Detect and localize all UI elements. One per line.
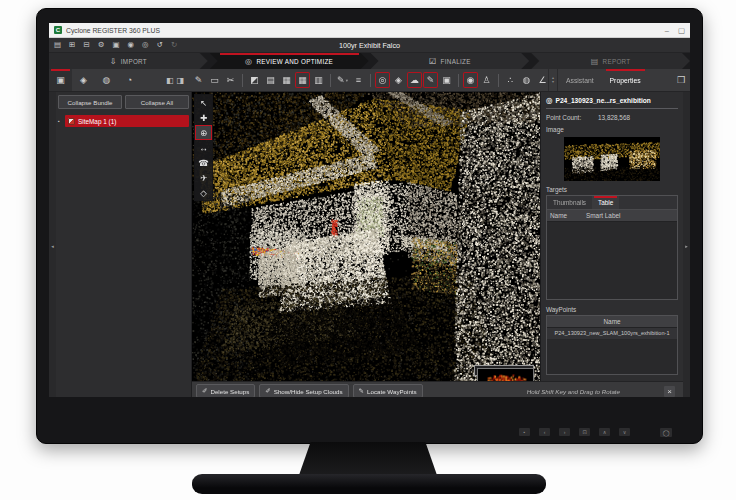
- camera-icon[interactable]: ▣: [439, 72, 454, 88]
- project-title: 100yr Exhibit Falco: [49, 41, 690, 50]
- right-panel-tabs: Assistant Properties ❒: [557, 69, 690, 91]
- walk-mode-icon[interactable]: ∴: [503, 72, 518, 88]
- waypoint-row[interactable]: P24_130923_new_SLAM_100yrs_exhibition-1: [547, 328, 677, 340]
- tripod-tool-icon[interactable]: ☎: [195, 155, 212, 170]
- image-view-icon[interactable]: ▥: [311, 72, 326, 88]
- panel-layout-icon[interactable]: ❒: [672, 69, 690, 91]
- workflow-tabs: ⇩IMPORT◎REVIEW AND OPTIMIZE☑FINALIZE▤REP…: [49, 53, 690, 69]
- fly-tool-icon[interactable]: ✈: [195, 170, 212, 185]
- levels-icon[interactable]: ≡: [351, 72, 366, 88]
- targets-tab-table[interactable]: Table: [592, 196, 619, 209]
- cut-tool-icon[interactable]: ✂: [223, 72, 238, 88]
- monitor-bezel: C Cyclone REGISTER 360 PLUS – ▢ ▤⊞⊟⚙▣◉◎↺…: [36, 8, 703, 444]
- power-button[interactable]: ◯: [660, 428, 672, 437]
- targets-col-name: Name: [547, 212, 586, 219]
- waypoints-label: WayPoints: [546, 306, 678, 313]
- show-hide-setup-clouds-button-icon: ✐: [265, 387, 270, 395]
- rectangle-tool-icon[interactable]: ▭: [207, 72, 222, 88]
- collapse-all-button[interactable]: Collapse All: [125, 95, 189, 109]
- osd-up-button[interactable]: ∧: [599, 428, 610, 436]
- app-logo-icon: C: [54, 26, 62, 34]
- tab-finalize-icon: ☑: [429, 57, 436, 66]
- tab-assistant[interactable]: Assistant: [558, 69, 602, 91]
- osd-left-button[interactable]: ‹: [539, 428, 550, 436]
- angle-measure-icon[interactable]: ∠: [535, 72, 548, 88]
- setup-cloud-widget[interactable]: Setup Cloud: [474, 365, 534, 376]
- sitemap-tree-item[interactable]: SiteMap 1 (1): [65, 115, 189, 127]
- panel-tab-bundles-icon[interactable]: ▣: [49, 69, 72, 91]
- point-count-value: 13,828,568: [598, 114, 630, 121]
- collapse-right-panel-handle[interactable]: ▸: [683, 92, 690, 397]
- image-label: Image: [546, 126, 678, 133]
- point-count-label: Point Count:: [546, 114, 598, 121]
- setup-panorama-thumbnail[interactable]: [564, 137, 660, 181]
- main-toolbar-icons: ✎▭✂◩▤▦▦▥✎▾≡◎◈☁✎▣◉♙∴◍∠✐⊥♟▭▾◔▾◍: [188, 69, 548, 91]
- tab-finalize[interactable]: ☑FINALIZE: [371, 53, 530, 69]
- panel-tab-links-icon[interactable]: ◈: [72, 69, 95, 91]
- sidebar: Collapse Bundle Collapse All ▪ SiteMap 1…: [56, 92, 192, 397]
- rotate-hint: Hold Shift Key and Drag to Rotate: [527, 388, 660, 395]
- pointcloud-viewport[interactable]: ↖✚⊕↔☎✈◇ Setup Cloud: [192, 92, 540, 381]
- locate-waypoints-button[interactable]: ✎Locate WayPoints: [353, 384, 423, 397]
- pin-icon[interactable]: ◉: [463, 72, 478, 88]
- sphere-view-icon[interactable]: ◍: [519, 72, 534, 88]
- targets-tab-thumbnails[interactable]: Thumbnails: [547, 196, 592, 209]
- osd-right-button[interactable]: ›: [559, 428, 570, 436]
- user-tag-icon[interactable]: ♙: [479, 72, 494, 88]
- orbit-tool-icon[interactable]: ⊕: [195, 125, 212, 140]
- select-tool-icon[interactable]: ↖: [195, 95, 212, 110]
- tab-report[interactable]: ▤REPORT: [531, 53, 690, 69]
- app-body: ◂ Collapse Bundle Collapse All ▪ SiteMap…: [49, 92, 690, 397]
- tab-review-and-optimize-icon: ◎: [245, 57, 252, 66]
- target-icon[interactable]: ◎: [375, 72, 390, 88]
- filter-alt-icon[interactable]: ◨: [176, 76, 184, 85]
- close-statusbar-button[interactable]: ×: [664, 386, 675, 397]
- panel-tab-globe-icon[interactable]: ◍: [95, 69, 118, 91]
- tab-properties[interactable]: Properties: [602, 69, 649, 91]
- app-title: Cyclone REGISTER 360 PLUS: [66, 27, 160, 34]
- titlebar: C Cyclone REGISTER 360 PLUS – ▢: [49, 23, 690, 38]
- tab-import-icon: ⇩: [110, 57, 117, 66]
- tab-import[interactable]: ⇩IMPORT: [49, 53, 208, 69]
- grid-view-icon[interactable]: ▦: [279, 72, 294, 88]
- setup-name: P24_130923_ne...rs_exhibition: [556, 97, 651, 104]
- osd-menu-button[interactable]: ▪: [519, 428, 530, 436]
- waypoints-box: Name P24_130923_new_SLAM_100yrs_exhibiti…: [546, 315, 678, 375]
- targets-label: Targets: [546, 186, 678, 193]
- targets-table-body[interactable]: [547, 222, 677, 299]
- statusbar: ✐Delete Setups✐Show/Hide Setup Clouds✎Lo…: [192, 381, 683, 397]
- collapse-bundle-button[interactable]: Collapse Bundle: [58, 95, 122, 109]
- setup-cloud-thumbnail[interactable]: [477, 368, 534, 381]
- measure-tool-icon[interactable]: ↔: [195, 140, 212, 155]
- tree-expander-icon[interactable]: ▪: [58, 118, 63, 124]
- pan-tool-icon[interactable]: ✚: [195, 110, 212, 125]
- delete-setups-button[interactable]: ✐Delete Setups: [196, 384, 255, 397]
- pen-icon[interactable]: ✎: [423, 72, 438, 88]
- toolbar-overflow-icon[interactable]: ▴▾: [548, 69, 557, 91]
- tab-review-and-optimize[interactable]: ◎REVIEW AND OPTIMIZE: [210, 53, 369, 69]
- cube-view-icon[interactable]: ◇: [195, 185, 212, 200]
- osd-select-button[interactable]: ⊡: [579, 428, 590, 436]
- targets-box: Thumbnails Table Name Smart Label: [546, 195, 678, 300]
- targets-col-smart-label: Smart Label: [586, 212, 620, 219]
- collapse-left-panel-handle[interactable]: ◂: [49, 92, 56, 397]
- osd-down-button[interactable]: ∨: [619, 428, 630, 436]
- grid-active-icon[interactable]: ▦: [295, 72, 310, 88]
- monitor-osd-controls: ▪‹›⊡∧∨: [519, 428, 630, 436]
- sitemap-label: SiteMap 1 (1): [78, 118, 116, 125]
- show-hide-setup-clouds-button[interactable]: ✐Show/Hide Setup Clouds: [259, 384, 348, 397]
- pointcloud-canvas[interactable]: [192, 92, 540, 381]
- app-window: C Cyclone REGISTER 360 PLUS – ▢ ▤⊞⊟⚙▣◉◎↺…: [49, 23, 690, 397]
- maximize-button[interactable]: ▢: [678, 26, 685, 35]
- pencil-dropdown-icon[interactable]: ✎▾: [335, 72, 350, 88]
- tag-icon[interactable]: ◈: [391, 72, 406, 88]
- page: C Cyclone REGISTER 360 PLUS – ▢ ▤⊞⊟⚙▣◉◎↺…: [0, 0, 736, 500]
- toolbar: ▣◈◍◔ ◧◨ ✎▭✂◩▤▦▦▥✎▾≡◎◈☁✎▣◉♙∴◍∠✐⊥♟▭▾◔▾◍ ▴▾…: [49, 69, 690, 92]
- cloud-icon[interactable]: ☁: [407, 72, 422, 88]
- panel-tab-tags-icon[interactable]: ◔: [118, 69, 141, 91]
- layers-icon[interactable]: ▤: [263, 72, 278, 88]
- draw-tool-icon[interactable]: ✎: [191, 72, 206, 88]
- minimize-button[interactable]: –: [665, 26, 669, 35]
- filter-icon[interactable]: ◧: [166, 76, 174, 85]
- paint-cloud-icon[interactable]: ◩: [247, 72, 262, 88]
